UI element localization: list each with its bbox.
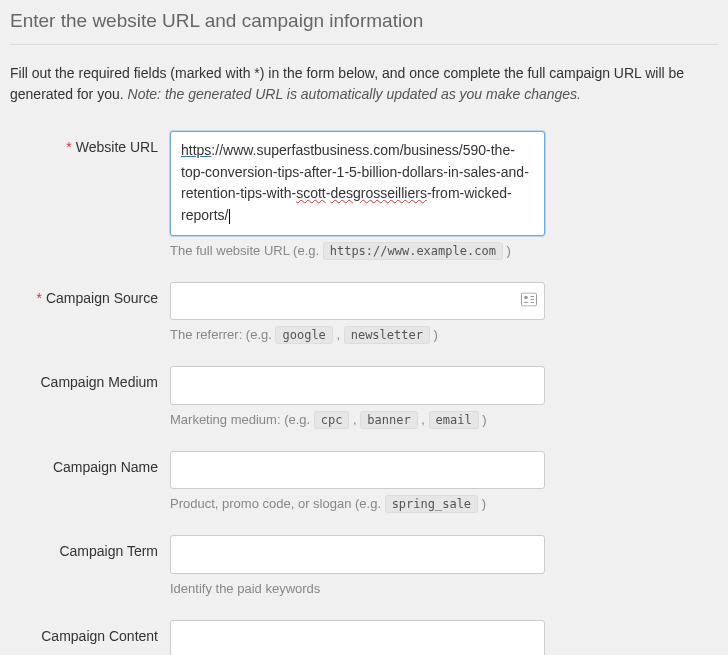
- website-url-label: *Website URL: [10, 131, 170, 260]
- campaign-content-label: Campaign Content: [10, 620, 170, 655]
- intro-text: Fill out the required fields (marked wit…: [10, 63, 718, 105]
- field-row-term: Campaign Term Identify the paid keywords: [10, 535, 718, 597]
- campaign-name-input[interactable]: [170, 451, 545, 489]
- page-heading: Enter the website URL and campaign infor…: [10, 10, 718, 32]
- campaign-medium-input[interactable]: [170, 366, 545, 404]
- campaign-term-input[interactable]: [170, 535, 545, 573]
- campaign-source-input[interactable]: [170, 282, 545, 320]
- website-url-hint: The full website URL (e.g. https://www.e…: [170, 242, 545, 260]
- field-row-medium: Campaign Medium Marketing medium: (e.g. …: [10, 366, 718, 428]
- campaign-name-hint: Product, promo code, or slogan (e.g. spr…: [170, 495, 545, 513]
- campaign-term-label: Campaign Term: [10, 535, 170, 597]
- campaign-term-hint: Identify the paid keywords: [170, 580, 545, 598]
- campaign-source-hint: The referrer: (e.g. google , newsletter …: [170, 326, 545, 344]
- campaign-source-label: *Campaign Source: [10, 282, 170, 344]
- campaign-name-label: Campaign Name: [10, 451, 170, 513]
- field-row-source: *Campaign Source The referrer: (e.g. goo…: [10, 282, 718, 344]
- campaign-medium-label: Campaign Medium: [10, 366, 170, 428]
- svg-point-1: [524, 296, 528, 300]
- field-row-name: Campaign Name Product, promo code, or sl…: [10, 451, 718, 513]
- text-cursor: [229, 209, 230, 224]
- field-row-url: *Website URL https://www.superfastbusine…: [10, 131, 718, 260]
- website-url-input[interactable]: https://www.superfastbusiness.com/busine…: [170, 131, 545, 236]
- campaign-medium-hint: Marketing medium: (e.g. cpc , banner , e…: [170, 411, 545, 429]
- contact-card-icon: [521, 293, 537, 310]
- divider: [10, 44, 718, 45]
- field-row-content: Campaign Content Use to differentiate ad…: [10, 620, 718, 655]
- svg-rect-0: [522, 293, 537, 306]
- campaign-content-input[interactable]: [170, 620, 545, 655]
